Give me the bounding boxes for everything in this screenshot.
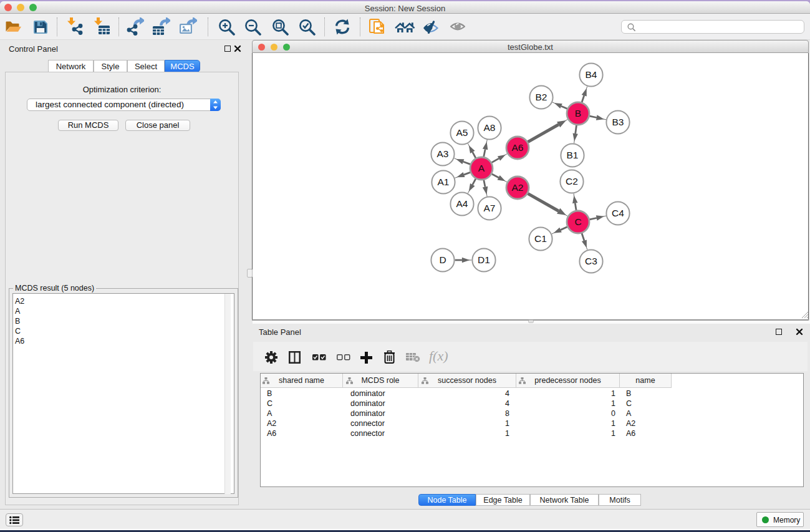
- svg-text:C1: C1: [534, 233, 547, 244]
- svg-text:A2: A2: [512, 182, 524, 193]
- svg-text:C4: C4: [612, 208, 624, 218]
- svg-text:A7: A7: [484, 203, 496, 213]
- svg-text:A: A: [478, 163, 485, 173]
- svg-text:A8: A8: [484, 122, 496, 133]
- svg-text:C2: C2: [566, 176, 578, 186]
- svg-text:C: C: [574, 216, 581, 227]
- svg-text:D1: D1: [478, 254, 490, 265]
- svg-text:A5: A5: [456, 127, 468, 138]
- svg-text:B: B: [575, 108, 581, 118]
- svg-text:B3: B3: [612, 117, 624, 127]
- svg-text:B4: B4: [586, 69, 597, 80]
- svg-text:A1: A1: [438, 177, 450, 187]
- svg-text:B1: B1: [567, 150, 579, 160]
- svg-text:C3: C3: [585, 256, 597, 266]
- svg-text:A3: A3: [437, 148, 449, 159]
- svg-text:A6: A6: [512, 142, 524, 153]
- svg-text:D: D: [439, 254, 446, 265]
- svg-text:B2: B2: [536, 92, 547, 102]
- svg-text:A4: A4: [456, 198, 468, 209]
